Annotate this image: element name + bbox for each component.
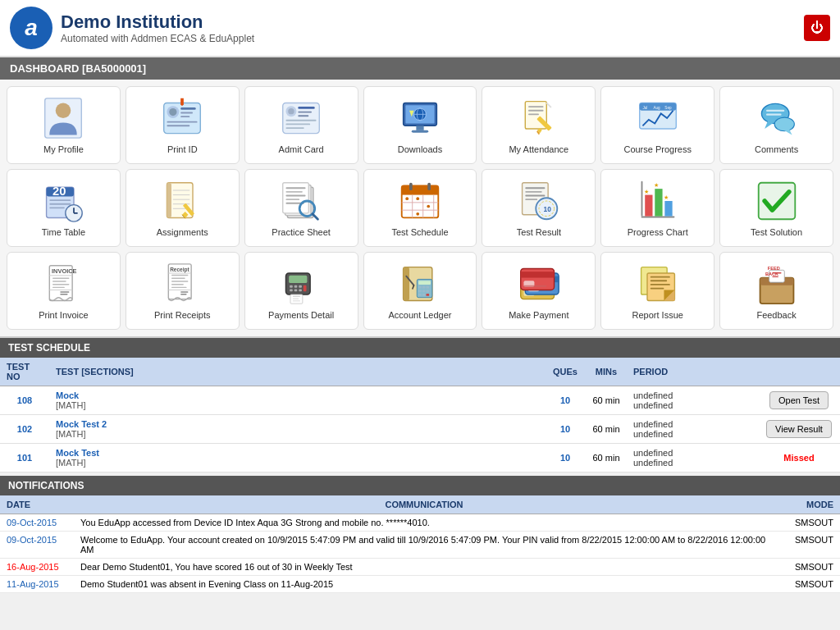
svg-rect-31 — [528, 113, 539, 115]
time-table-icon-cell[interactable]: 20 Time Table — [7, 169, 121, 247]
action-cell: Missed — [758, 444, 840, 472]
svg-rect-123 — [171, 287, 187, 288]
svg-rect-139 — [293, 300, 300, 301]
action-button[interactable]: Open Test — [769, 391, 829, 409]
svg-point-1 — [56, 103, 71, 118]
svg-point-13 — [288, 108, 294, 114]
print-invoice-label: Print Invoice — [39, 310, 89, 321]
svg-rect-98 — [641, 181, 642, 217]
svg-rect-26 — [412, 130, 428, 133]
payments-detail-icon-cell[interactable]: Payments Detail — [244, 252, 358, 330]
svg-rect-126 — [180, 294, 186, 294]
svg-text:BACK: BACK — [765, 272, 778, 276]
svg-rect-120 — [171, 277, 185, 278]
svg-rect-167 — [650, 276, 669, 278]
svg-rect-114 — [61, 291, 70, 292]
svg-point-45 — [774, 117, 794, 131]
svg-point-88 — [416, 212, 419, 216]
action-button[interactable]: View Result — [766, 420, 832, 438]
my-profile-label: My Profile — [43, 144, 84, 155]
svg-rect-100 — [655, 189, 662, 216]
test-schedule-table: TEST NO TEST [SECTIONS] QUEs MINs PERIOD… — [0, 358, 840, 472]
progress-chart-icon-cell[interactable]: ★ ★ ★ Progress Chart — [600, 169, 714, 247]
svg-rect-112 — [52, 287, 65, 288]
test-result-icon-cell[interactable]: 10 Test Result — [482, 169, 596, 247]
test-section: [MATH] — [56, 400, 538, 410]
notif-col-comm: COMMUNICATION — [74, 495, 774, 514]
my-attendance-icon-cell[interactable]: My Attendance — [482, 86, 596, 164]
svg-rect-43 — [766, 110, 784, 112]
feedback-icon-cell[interactable]: FEED BACK Feedback — [719, 252, 833, 330]
test-schedule-icon — [397, 178, 443, 224]
institution-subtitle: Automated with Addmen ECAS & EduApplet — [61, 33, 254, 44]
col-period: PERIOD — [627, 358, 758, 386]
svg-rect-19 — [286, 127, 304, 129]
print-receipts-icon: Receipt — [159, 261, 205, 307]
report-issue-icon — [635, 261, 681, 307]
svg-point-87 — [427, 205, 430, 208]
svg-rect-90 — [525, 187, 545, 189]
downloads-icon-cell[interactable]: Downloads — [363, 86, 477, 164]
practice-sheet-icon-cell[interactable]: Practice Sheet — [244, 169, 358, 247]
svg-rect-57 — [167, 183, 172, 218]
svg-rect-16 — [298, 115, 308, 116]
svg-rect-109 — [52, 277, 69, 278]
make-payment-icon-cell[interactable]: Make Payment — [482, 252, 596, 330]
print-invoice-icon-cell[interactable]: INVOICE Print Invoice — [7, 252, 121, 330]
print-id-icon-cell[interactable]: Print ID — [126, 86, 240, 164]
test-section: [MATH] — [56, 429, 538, 439]
svg-rect-147 — [418, 290, 422, 292]
test-name-cell: Mock [MATH] — [49, 386, 545, 415]
test-schedule-header-row: TEST NO TEST [SECTIONS] QUEs MINs PERIOD — [0, 358, 840, 386]
logo-letter: a — [25, 15, 38, 41]
payments-detail-label: Payments Detail — [268, 310, 334, 321]
my-profile-icon-cell[interactable]: My Profile — [7, 86, 121, 164]
mins-cell: 60 min — [586, 386, 627, 415]
header-left: a Demo Institution Automated with Addmen… — [10, 7, 254, 49]
action-cell[interactable]: View Result — [758, 415, 840, 444]
svg-rect-79 — [427, 183, 431, 190]
make-payment-label: Make Payment — [509, 310, 568, 321]
assignments-icon-cell[interactable]: Assignments — [126, 169, 240, 247]
test-schedule-label: Test Schedule — [391, 227, 448, 238]
test-solution-icon-cell[interactable]: Test Solution — [719, 169, 833, 247]
notif-message-cell: Dear Demo Student01, You have scored 16 … — [74, 559, 774, 576]
svg-text:★: ★ — [644, 188, 649, 195]
svg-rect-8 — [167, 121, 198, 123]
icon-grid: My Profile Print ID — [0, 80, 840, 338]
report-issue-icon-cell[interactable]: Report Issue — [600, 252, 714, 330]
mins-cell: 60 min — [586, 444, 627, 472]
notifications-section-label: NOTIFICATIONS — [8, 480, 84, 491]
print-receipts-icon-cell[interactable]: Receipt Print Receipts — [126, 252, 240, 330]
period-cell: undefinedundefined — [627, 386, 758, 415]
comments-icon-cell[interactable]: Comments — [719, 86, 833, 164]
power-button[interactable]: ⏻ — [804, 15, 830, 41]
assignments-label: Assignments — [157, 227, 208, 238]
test-schedule-icon-cell[interactable]: Test Schedule — [363, 169, 477, 247]
svg-rect-15 — [298, 112, 312, 113]
test-section: [MATH] — [56, 458, 538, 468]
notif-mode-cell: SMSOUT — [774, 559, 840, 576]
svg-rect-91 — [525, 191, 541, 193]
comments-label: Comments — [755, 144, 798, 155]
account-ledger-icon-cell[interactable]: Account Ledger — [363, 252, 477, 330]
notif-header-row: DATE COMMUNICATION MODE — [0, 495, 840, 514]
header: a Demo Institution Automated with Addmen… — [0, 0, 840, 57]
notif-message-cell: Welcome to EduApp. Your account created … — [74, 532, 774, 559]
downloads-icon — [397, 95, 443, 141]
svg-rect-151 — [422, 294, 426, 296]
svg-rect-93 — [525, 199, 537, 200]
list-item: 16-Aug-2015 Dear Demo Student01, You hav… — [0, 559, 840, 576]
notif-mode-cell: SMSOUT — [774, 514, 840, 532]
col-ques: QUEs — [545, 358, 586, 386]
notif-mode-cell: SMSOUT — [774, 532, 840, 559]
my-attendance-label: My Attendance — [509, 144, 568, 155]
admit-card-icon-cell[interactable]: Admit Card — [244, 86, 358, 164]
test-solution-label: Test Solution — [751, 227, 802, 238]
test-name-cell: Mock Test [MATH] — [49, 444, 545, 472]
svg-rect-92 — [525, 194, 545, 196]
action-cell[interactable]: Open Test — [758, 386, 840, 415]
svg-rect-5 — [180, 107, 196, 110]
course-progress-icon-cell[interactable]: Jul Aug Sep Course Progress — [600, 86, 714, 164]
assignments-icon — [159, 178, 205, 224]
